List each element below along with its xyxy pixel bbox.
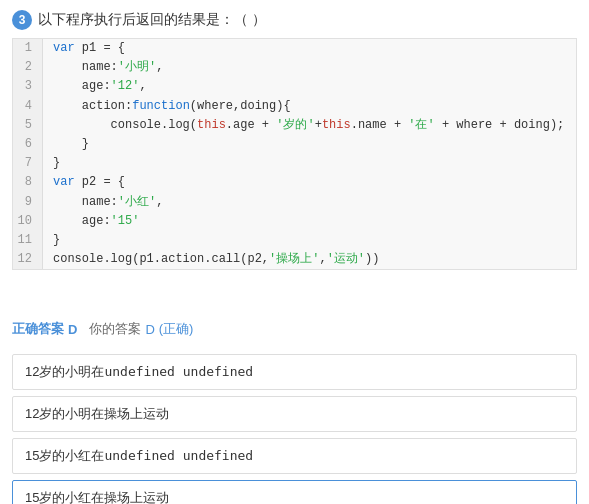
option-B-text: 12岁的小明在操场上运动: [25, 406, 169, 421]
line-num-8: 8: [13, 173, 43, 192]
code-line-10: 10 age:'15': [13, 212, 576, 231]
option-A-text: 12岁的小明在undefined undefined: [25, 364, 253, 379]
code-line-11: 11 }: [13, 231, 576, 250]
code-line-7: 7 }: [13, 154, 576, 173]
line-num-7: 7: [13, 154, 43, 173]
line-content-2: name:'小明',: [43, 58, 163, 77]
option-D[interactable]: 15岁的小红在操场上运动: [12, 480, 577, 504]
line-num-3: 3: [13, 77, 43, 96]
answer-section: 正确答案 D 你的答案 D (正确): [0, 310, 589, 354]
line-num-10: 10: [13, 212, 43, 231]
code-line-1: 1 var p1 = {: [13, 39, 576, 58]
line-num-6: 6: [13, 135, 43, 154]
line-content-11: }: [43, 231, 60, 250]
question-header: 3 以下程序执行后返回的结果是：（ ）: [0, 0, 589, 38]
line-num-11: 11: [13, 231, 43, 250]
line-content-4: action:function(where,doing){: [43, 97, 291, 116]
option-D-text: 15岁的小红在操场上运动: [25, 490, 169, 504]
code-line-8: 8 var p2 = {: [13, 173, 576, 192]
your-answer-label: 你的答案: [89, 320, 141, 338]
blank-area: [0, 280, 589, 310]
line-content-9: name:'小红',: [43, 193, 163, 212]
line-content-3: age:'12',: [43, 77, 147, 96]
code-line-5: 5 console.log(this.age + '岁的'+this.name …: [13, 116, 576, 135]
line-num-2: 2: [13, 58, 43, 77]
option-C[interactable]: 15岁的小红在undefined undefined: [12, 438, 577, 474]
answer-row: 正确答案 D 你的答案 D (正确): [12, 320, 577, 338]
code-line-12: 12 console.log(p1.action.call(p2,'操场上','…: [13, 250, 576, 269]
your-answer-value: D: [145, 322, 154, 337]
code-line-2: 2 name:'小明',: [13, 58, 576, 77]
answer-correct-tag: (正确): [159, 320, 194, 338]
line-content-10: age:'15': [43, 212, 139, 231]
options-list: 12岁的小明在undefined undefined 12岁的小明在操场上运动 …: [0, 354, 589, 504]
correct-answer-label: 正确答案: [12, 320, 64, 338]
line-content-6: }: [43, 135, 89, 154]
code-block: 1 var p1 = { 2 name:'小明', 3 age:'12', 4 …: [12, 38, 577, 270]
line-num-5: 5: [13, 116, 43, 135]
page-container: 3 以下程序执行后返回的结果是：（ ） 1 var p1 = { 2 name:…: [0, 0, 589, 504]
option-C-text: 15岁的小红在undefined undefined: [25, 448, 253, 463]
code-line-4: 4 action:function(where,doing){: [13, 97, 576, 116]
line-content-7: }: [43, 154, 60, 173]
line-num-9: 9: [13, 193, 43, 212]
question-number: 3: [12, 10, 32, 30]
line-num-4: 4: [13, 97, 43, 116]
code-line-6: 6 }: [13, 135, 576, 154]
code-line-3: 3 age:'12',: [13, 77, 576, 96]
line-content-5: console.log(this.age + '岁的'+this.name + …: [43, 116, 564, 135]
code-line-9: 9 name:'小红',: [13, 193, 576, 212]
option-A[interactable]: 12岁的小明在undefined undefined: [12, 354, 577, 390]
option-B[interactable]: 12岁的小明在操场上运动: [12, 396, 577, 432]
correct-answer-value: D: [68, 322, 77, 337]
question-text: 以下程序执行后返回的结果是：（ ）: [38, 11, 266, 29]
line-content-1: var p1 = {: [43, 39, 125, 58]
line-content-12: console.log(p1.action.call(p2,'操场上','运动'…: [43, 250, 379, 269]
line-num-1: 1: [13, 39, 43, 58]
line-num-12: 12: [13, 250, 43, 269]
line-content-8: var p2 = {: [43, 173, 125, 192]
